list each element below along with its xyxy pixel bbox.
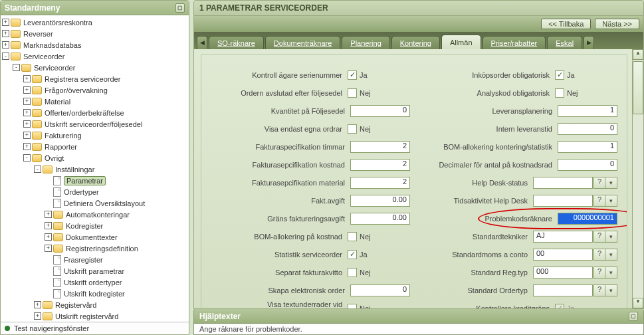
sidebar-collapse-button[interactable]: ▢	[175, 3, 185, 13]
tree-label[interactable]: Serviceorder	[23, 53, 64, 60]
tree-node[interactable]: +Rapporter	[2, 141, 189, 152]
tree-toggle[interactable]: -	[2, 53, 9, 60]
number-input[interactable]: 1	[558, 141, 617, 153]
number-input[interactable]: 0.00	[350, 213, 410, 225]
scroll-thumb[interactable]	[633, 61, 643, 114]
tree-label[interactable]: Marknadsdatabas	[23, 41, 81, 49]
tree-node[interactable]: -Inställningar	[2, 164, 189, 175]
tab[interactable]: Planering	[342, 36, 389, 49]
scroll-up-button[interactable]: ▲	[633, 49, 643, 60]
checkbox[interactable]	[348, 232, 357, 241]
number-input[interactable]: 2	[350, 159, 410, 171]
tree-label[interactable]: Inställningar	[55, 166, 94, 173]
tree-node[interactable]: +Leverantörsreskontra	[2, 17, 189, 28]
tree-toggle[interactable]: +	[34, 312, 41, 320]
combo-help-button[interactable]: ?	[593, 249, 605, 261]
tree-toggle[interactable]: +	[23, 86, 31, 94]
combo-input[interactable]: 00	[533, 249, 593, 261]
checkbox[interactable]: ✓	[348, 70, 357, 80]
tree-node[interactable]: Utskrift ordertyper	[2, 277, 189, 288]
tree-toggle[interactable]: +	[2, 41, 9, 49]
help-collapse-button[interactable]: ▢	[629, 312, 638, 321]
tree-node[interactable]: -Serviceorder	[2, 51, 189, 62]
tree-node[interactable]: Ordertyper	[2, 186, 189, 197]
tree-toggle[interactable]: +	[45, 222, 52, 229]
tree-label[interactable]: Registrera serviceorder	[45, 75, 120, 83]
tree-node[interactable]: Parametrar	[2, 175, 189, 186]
tree-toggle[interactable]: +	[23, 120, 31, 128]
tree-node[interactable]: +Dokumenttexter	[2, 231, 189, 243]
tree-toggle[interactable]: +	[2, 19, 9, 26]
tree-node[interactable]: +Offerter/orderbekräftelse	[2, 107, 189, 118]
tree-label[interactable]: Utskrift parametrar	[64, 267, 124, 275]
tab[interactable]: Kontering	[391, 36, 440, 49]
checkbox[interactable]	[348, 88, 357, 98]
tab[interactable]: Allmän	[441, 35, 481, 49]
tree-label[interactable]: Utskrift ordertyper	[64, 279, 122, 286]
tree-toggle[interactable]: +	[23, 132, 31, 139]
tree-node[interactable]: Definiera Översiktslayout	[2, 197, 189, 209]
combo-input[interactable]	[533, 284, 593, 296]
tree-node[interactable]: +Automatkonteringar	[2, 209, 189, 220]
tree-toggle[interactable]: -	[34, 166, 41, 173]
tree-node[interactable]: +Registervård	[2, 299, 189, 310]
tree-node[interactable]: +Frågor/övervakning	[2, 84, 189, 96]
combo-dropdown-button[interactable]: ▾	[605, 177, 617, 189]
tree-node[interactable]: +Kodregister	[2, 220, 189, 231]
combo-dropdown-button[interactable]: ▾	[605, 267, 617, 279]
combo-help-button[interactable]: ?	[593, 177, 605, 189]
number-input[interactable]: 0	[558, 123, 617, 135]
tree-toggle[interactable]: +	[34, 301, 41, 308]
combo-input[interactable]	[533, 177, 593, 189]
number-input[interactable]: 2	[350, 141, 410, 153]
tree-label[interactable]: Frasregister	[64, 256, 103, 264]
tree-toggle[interactable]: +	[45, 233, 52, 241]
tab[interactable]: Eskal	[547, 36, 582, 49]
tree-label[interactable]: Leverantörsreskontra	[23, 19, 92, 27]
tab[interactable]: SO-räknare	[209, 36, 264, 49]
combo-help-button[interactable]: ?	[593, 195, 605, 207]
tree-label[interactable]: Material	[45, 98, 70, 106]
tree-label[interactable]: Dokumenttexter	[66, 233, 118, 241]
number-input[interactable]: 0	[558, 159, 617, 171]
tree-label[interactable]: Utskrift serviceorder/följesedel	[45, 120, 142, 128]
tree-node[interactable]: +Reverser	[2, 28, 189, 39]
tree-label[interactable]: Fakturering	[45, 132, 82, 140]
checkbox[interactable]	[348, 268, 357, 277]
tree-node[interactable]: +Utskrift registervård	[2, 310, 189, 322]
tree-node[interactable]: Frasregister	[2, 254, 189, 265]
tree-label[interactable]: Registreringsdefinition	[66, 245, 138, 253]
checkbox[interactable]: ✓	[555, 70, 564, 80]
combo-input[interactable]: 000	[533, 267, 593, 279]
checkbox[interactable]	[555, 88, 564, 98]
tree-node[interactable]: Utskrift parametrar	[2, 265, 189, 277]
tree-label[interactable]: Utskrift kodregister	[64, 290, 125, 298]
combo-help-button[interactable]: ?	[593, 284, 605, 296]
number-input[interactable]: 0	[350, 105, 410, 117]
checkbox[interactable]	[348, 304, 357, 309]
tree-toggle[interactable]: +	[23, 75, 31, 82]
tree-label[interactable]: Registervård	[55, 301, 96, 309]
tree-node[interactable]: +Utskrift serviceorder/följesedel	[2, 118, 189, 130]
number-input[interactable]: 0.00	[350, 195, 410, 207]
number-input[interactable]: 0	[350, 284, 410, 296]
tree-label[interactable]: Parametrar	[64, 176, 106, 185]
tree-label[interactable]: Ordertyper	[64, 188, 99, 196]
tree-node[interactable]: +Marknadsdatabas	[2, 39, 189, 51]
tree-toggle[interactable]: -	[13, 64, 20, 71]
tree-label[interactable]: Rapporter	[45, 143, 77, 151]
number-input[interactable]: 0000000001	[558, 213, 617, 225]
combo-help-button[interactable]: ?	[593, 267, 605, 279]
tree-toggle[interactable]: -	[23, 154, 31, 162]
tree-label[interactable]: Reverser	[23, 30, 53, 38]
combo-input[interactable]: AJ	[533, 231, 593, 243]
next-button[interactable]: Nästa >>	[595, 19, 639, 29]
tree-node[interactable]: -Övrigt	[2, 152, 189, 164]
scroll-down-button[interactable]: ▼	[633, 298, 643, 308]
tree-label[interactable]: Automatkonteringar	[66, 211, 130, 219]
tab-scroll-right[interactable]: ▶	[584, 36, 594, 49]
combo-help-button[interactable]: ?	[593, 231, 605, 243]
checkbox[interactable]: ✓	[348, 250, 357, 259]
form-scrollbar[interactable]: ▲ ▼	[632, 49, 643, 308]
tree-label[interactable]: Frågor/övervakning	[45, 86, 108, 94]
